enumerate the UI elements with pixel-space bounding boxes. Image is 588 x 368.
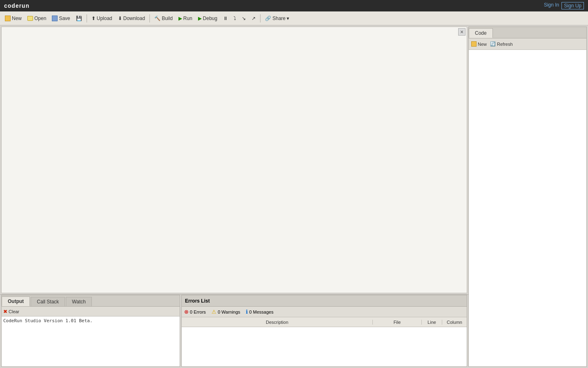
errors-columns: Description File Line Column — [182, 317, 467, 327]
sep2 — [149, 14, 150, 22]
build-icon: 🔨 — [154, 16, 160, 21]
download-button[interactable]: ⬇ Download — [116, 15, 147, 22]
new-icon — [5, 16, 11, 21]
sep1 — [87, 14, 87, 22]
open-icon — [27, 16, 33, 21]
step-out-button[interactable]: ↗ — [249, 15, 258, 22]
col-column: Column — [442, 320, 467, 325]
step-over-icon: ⤵ — [234, 16, 236, 21]
save-as-icon: 💾 — [76, 16, 82, 21]
pause-button[interactable]: ⏸ — [220, 15, 230, 22]
run-icon: ▶ — [178, 16, 182, 21]
bottom-area: Output Call Stack Watch ✖ Clear CodeRun … — [0, 294, 468, 368]
sidebar-content — [469, 50, 586, 366]
errors-panel: Errors List ⊗ 0 Errors ⚠ 0 Warnings ℹ 0 … — [181, 295, 467, 367]
tab-callstack[interactable]: Call Stack — [31, 297, 65, 306]
pause-icon: ⏸ — [223, 16, 228, 21]
editor-close-button[interactable]: × — [458, 28, 466, 36]
col-line: Line — [422, 320, 442, 325]
upload-button[interactable]: ⬆ Upload — [89, 15, 115, 22]
main-area: × Output Call Stack Watch ✖ Clear — [0, 25, 588, 368]
run-button[interactable]: ▶ Run — [176, 15, 195, 22]
sidebar-new-button[interactable]: New — [471, 41, 487, 47]
sidebar-refresh-icon: 🔄 — [490, 41, 496, 47]
upload-icon: ⬆ — [91, 16, 96, 21]
output-toolbar: ✖ Clear — [2, 307, 180, 316]
tab-output[interactable]: Output — [2, 296, 30, 306]
warning-icon: ⚠ — [212, 309, 216, 315]
sidebar-tabs: Code — [469, 27, 586, 38]
auth-links: Sign In Sign Up — [544, 2, 584, 9]
sidebar: Code New 🔄 Refresh — [468, 27, 587, 367]
sidebar-tab-code[interactable]: Code — [469, 28, 493, 38]
output-content: CodeRun Studio Version 1.01 Beta. — [2, 316, 180, 366]
col-file: File — [373, 320, 422, 325]
step-into-button[interactable]: ↘ — [239, 15, 248, 22]
errors-header: Errors List — [182, 295, 467, 307]
save-as-button[interactable]: 💾 — [74, 15, 85, 22]
editor-panel[interactable]: × — [1, 27, 467, 293]
build-button[interactable]: 🔨 Build — [152, 15, 175, 22]
sidebar-toolbar: New 🔄 Refresh — [469, 38, 586, 50]
messages-count-item: ℹ 0 Messages — [246, 309, 273, 315]
col-description: Description — [182, 320, 373, 325]
logo: coderun — [4, 2, 29, 9]
debug-icon: ▶ — [198, 16, 202, 21]
output-panel: Output Call Stack Watch ✖ Clear CodeRun … — [1, 295, 180, 367]
editor-area: × Output Call Stack Watch ✖ Clear — [0, 25, 468, 368]
warnings-count-item: ⚠ 0 Warnings — [212, 309, 240, 315]
sidebar-new-icon — [471, 41, 477, 47]
errors-table: Description File Line Column — [182, 317, 467, 366]
errors-stats: ⊗ 0 Errors ⚠ 0 Warnings ℹ 0 Messages — [182, 307, 467, 317]
step-over-button[interactable]: ⤵ — [231, 15, 238, 22]
share-dropdown-icon: ▾ — [287, 16, 289, 21]
open-button[interactable]: Open — [25, 15, 49, 22]
errors-count-item: ⊗ 0 Errors — [184, 309, 206, 315]
tab-watch[interactable]: Watch — [66, 297, 92, 306]
topbar: coderun Sign In Sign Up — [0, 0, 588, 11]
save-button[interactable]: Save — [49, 15, 72, 22]
clear-button[interactable]: ✖ Clear — [3, 309, 19, 314]
sidebar-refresh-button[interactable]: 🔄 Refresh — [490, 41, 513, 47]
step-out-icon: ↗ — [252, 16, 256, 21]
share-icon: 🔗 — [265, 16, 271, 21]
error-icon: ⊗ — [184, 309, 189, 315]
share-button[interactable]: 🔗 Share ▾ — [263, 15, 292, 22]
step-into-icon: ↘ — [242, 16, 246, 21]
debug-button[interactable]: ▶ Debug — [196, 15, 220, 22]
download-icon: ⬇ — [118, 16, 122, 21]
output-tabs: Output Call Stack Watch — [2, 295, 180, 307]
sep3 — [260, 14, 261, 22]
signup-link[interactable]: Sign Up — [561, 2, 584, 9]
new-button[interactable]: New — [2, 15, 24, 22]
signin-link[interactable]: Sign In — [544, 2, 559, 9]
clear-icon: ✖ — [3, 309, 7, 314]
info-icon: ℹ — [246, 309, 248, 315]
save-icon — [52, 16, 58, 21]
toolbar: New Open Save 💾 ⬆ Upload ⬇ Download 🔨 Bu… — [0, 11, 588, 25]
